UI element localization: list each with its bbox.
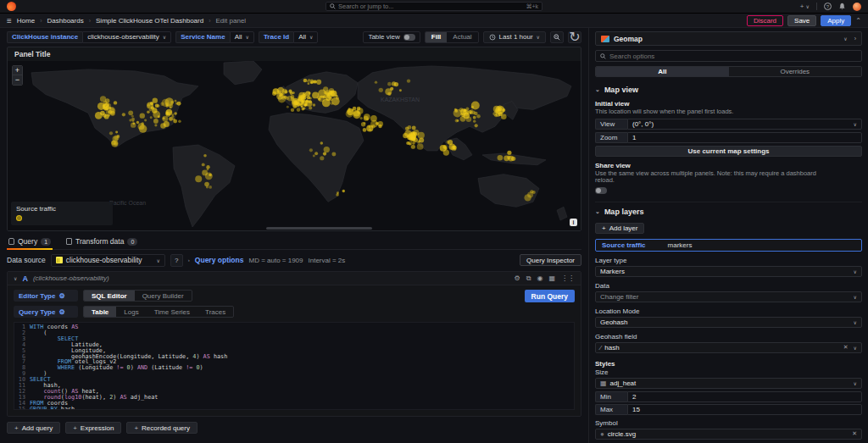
logs-option[interactable]: Logs <box>116 307 146 317</box>
map-scrollbar[interactable] <box>266 227 372 230</box>
datasource-picker[interactable]: clickhouse-observability ∨ <box>51 254 165 267</box>
map-zoom-out-button[interactable]: − <box>13 75 22 85</box>
recorded-query-button[interactable]: +Recorded query <box>126 422 198 434</box>
sql-editor-option[interactable]: SQL Editor <box>84 291 135 301</box>
time-range-picker[interactable]: Last 1 hour∨ <box>483 31 546 43</box>
query-inspector-button[interactable]: Query Inspector <box>520 254 581 266</box>
sql-line[interactable]: 10SELECT <box>14 377 574 383</box>
visualization-picker[interactable]: Geomap ∨ › <box>595 31 862 46</box>
geohash-field-select[interactable]: ⁄ hash ✕∨ <box>595 342 862 353</box>
geomap-canvas[interactable]: Pacific Ocean KAZAKHSTAN + − Source traf… <box>8 61 581 230</box>
variable-value-dropdown[interactable]: clickhouse-observability∨ <box>82 31 171 43</box>
sql-line[interactable]: 9 ) <box>14 371 574 377</box>
geohash-field-label: Geohash field <box>595 333 862 341</box>
options-search[interactable] <box>595 50 862 62</box>
help-icon[interactable]: ? <box>824 3 832 10</box>
bell-icon[interactable] <box>838 3 846 10</box>
hide-query-icon[interactable]: ◉ <box>537 274 542 283</box>
layer-item[interactable]: Source traffic markers <box>595 239 862 252</box>
sql-line[interactable]: 14FROM coords <box>14 401 574 407</box>
size-field-select[interactable]: ▦ adj_heat∨ <box>595 378 862 389</box>
user-avatar[interactable] <box>853 3 861 11</box>
add-query-button[interactable]: +Add query <box>7 422 60 434</box>
max-label: Max <box>595 404 627 415</box>
query-row-header[interactable]: ∨ A (clickhouse-observability) ⚙ ⧉ ◉ ▦ ⋮… <box>8 272 581 285</box>
fill-option[interactable]: Fill <box>426 32 448 42</box>
add-layer-button[interactable]: +Add layer <box>595 223 644 234</box>
layer-type-select[interactable]: Markers∨ <box>595 266 862 277</box>
query-type-settings-icon[interactable]: ⚙ <box>58 308 64 316</box>
query-settings-icon[interactable]: ⚙ <box>515 274 520 283</box>
max-input[interactable]: 15 <box>627 404 862 415</box>
save-button[interactable]: Save <box>787 15 816 26</box>
collapse-options-icon[interactable]: ⌃ <box>855 17 861 25</box>
sql-line[interactable]: 2 ( <box>14 330 574 336</box>
collapse-pane-icon[interactable]: › <box>854 36 856 42</box>
table-view-toggle[interactable] <box>403 34 415 41</box>
grafana-logo-icon[interactable] <box>7 2 16 11</box>
section-map-layers[interactable]: ⌄ Map layers <box>595 208 862 216</box>
run-query-button[interactable]: Run Query <box>525 290 575 302</box>
sql-line[interactable]: 1WITH coords AS <box>14 324 574 330</box>
expression-button[interactable]: +Expression <box>65 422 121 434</box>
tab-overrides[interactable]: Overrides <box>729 67 862 76</box>
variable-clickhouse-instance: ClickHouse instance clickhouse-observabi… <box>7 31 171 43</box>
breadcrumb-home[interactable]: Home <box>17 17 35 25</box>
data-select[interactable]: Change filter∨ <box>595 291 862 302</box>
map-attribution-button[interactable]: i <box>570 219 577 226</box>
sql-code-editor[interactable]: 1WITH coords AS2 (3 SELECT4 Latitude,5 L… <box>14 322 575 410</box>
zoom-input[interactable]: 1 <box>627 132 862 143</box>
search-input[interactable] <box>338 3 523 10</box>
breadcrumb-dashboard-name[interactable]: Simple ClickHouse OTel Dashboard <box>96 17 203 25</box>
sql-line[interactable]: 13 round(log10(heat), 2) AS adj_heat <box>14 395 574 401</box>
variable-value-dropdown[interactable]: All∨ <box>293 31 318 43</box>
global-search[interactable]: ⌘+k <box>326 2 542 11</box>
query-options-chevron-icon[interactable]: › <box>188 257 190 263</box>
symbol-select[interactable]: ● circle.svg ✕ <box>595 429 862 440</box>
refresh-button[interactable]: ↻ <box>568 31 581 43</box>
drag-query-icon[interactable]: ⋮⋮ <box>561 274 575 283</box>
duplicate-query-icon[interactable]: ⧉ <box>526 274 531 283</box>
tab-transform-data[interactable]: Transform data 0 <box>64 237 139 249</box>
tab-all[interactable]: All <box>596 67 729 76</box>
transform-count-badge: 0 <box>127 238 137 246</box>
options-search-input[interactable] <box>609 53 857 60</box>
sql-line[interactable]: 8 WHERE (Longitude != 0) AND (Latitude !… <box>14 365 574 371</box>
traces-option[interactable]: Traces <box>198 307 233 317</box>
sql-line[interactable]: 15GROUP BY hash <box>14 407 574 410</box>
variable-value-dropdown[interactable]: All∨ <box>230 31 254 43</box>
editor-type-settings-icon[interactable]: ⚙ <box>58 292 64 300</box>
actual-option[interactable]: Actual <box>447 32 477 42</box>
discard-button[interactable]: Discard <box>747 15 783 26</box>
map-zoom-in-button[interactable]: + <box>13 66 22 75</box>
use-current-map-settings-button[interactable]: Use current map settings <box>595 146 862 157</box>
chevron-down-icon: ⌄ <box>595 86 600 93</box>
location-mode-select[interactable]: Geohash∨ <box>595 317 862 328</box>
clear-icon[interactable]: ✕ <box>843 344 849 351</box>
menu-icon[interactable]: ≡ <box>7 16 12 25</box>
datasource-row: Data source clickhouse-observability ∨ ?… <box>7 253 581 267</box>
section-map-view[interactable]: ⌄ Map view <box>595 86 862 94</box>
query-builder-option[interactable]: Query Builder <box>135 291 192 301</box>
zoom-out-time-button[interactable] <box>550 31 564 43</box>
panel-title[interactable]: Panel Title <box>8 47 581 61</box>
add-button[interactable]: + ∨ <box>800 3 810 10</box>
clear-icon[interactable]: ✕ <box>852 430 857 437</box>
min-input[interactable]: 2 <box>627 391 862 402</box>
view-select[interactable]: (0°, 0°)∨ <box>627 119 862 130</box>
delete-query-icon[interactable]: ▦ <box>548 274 555 283</box>
transform-icon <box>66 238 72 245</box>
breadcrumb-dashboards[interactable]: Dashboards <box>47 17 84 25</box>
viz-dropdown-icon[interactable]: ∨ <box>843 36 847 42</box>
apply-button[interactable]: Apply <box>821 15 851 26</box>
share-view-toggle[interactable] <box>595 187 607 194</box>
share-view-label: Share view <box>595 162 862 169</box>
collapse-query-icon[interactable]: ∨ <box>14 275 17 281</box>
tab-query[interactable]: Query 1 <box>7 237 53 249</box>
datasource-help-icon[interactable]: ? <box>170 254 183 267</box>
layer-type-label: Layer type <box>595 257 862 264</box>
time-series-option[interactable]: Time Series <box>147 307 198 317</box>
table-option[interactable]: Table <box>84 307 116 317</box>
query-options-link[interactable]: Query options <box>195 256 244 264</box>
layer-name[interactable]: Source traffic <box>602 241 646 249</box>
